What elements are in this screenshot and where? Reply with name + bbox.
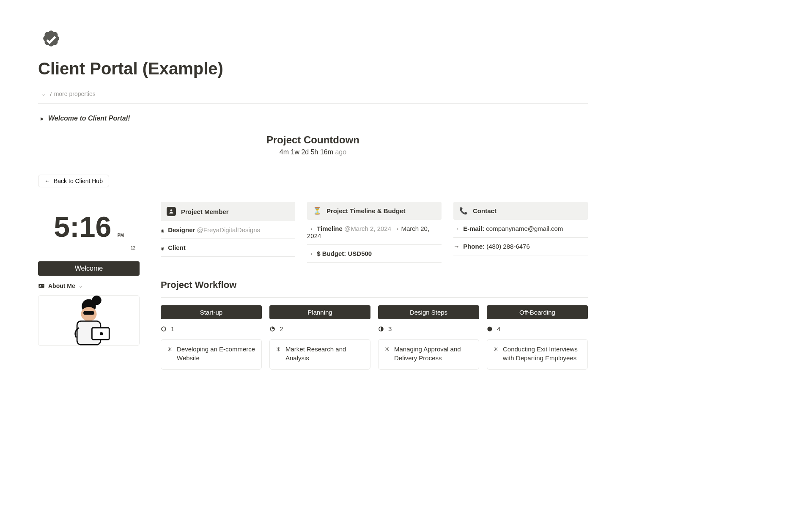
verified-badge-icon — [38, 25, 64, 52]
svg-rect-2 — [39, 286, 41, 287]
workflow-title: Project Workflow — [161, 280, 588, 290]
svg-point-16 — [487, 326, 492, 331]
back-button-label: Back to Client Hub — [54, 178, 103, 184]
clock-ampm: PM — [118, 233, 124, 238]
clock-time: 5:16 — [54, 210, 111, 243]
circle-quarter-icon — [269, 326, 275, 332]
more-properties-toggle[interactable]: ⌄ 7 more properties — [38, 88, 588, 104]
workflow-card-3[interactable]: ✳ Managing Approval and Delivery Process — [378, 339, 479, 370]
about-me-label: About Me — [48, 282, 75, 289]
countdown-value: 4m 1w 2d 5h 16m ago — [38, 148, 588, 156]
svg-point-6 — [92, 296, 101, 305]
workflow-card-1[interactable]: ✳ Developing an E-commerce Website — [161, 339, 262, 370]
triangle-right-icon: ▶ — [41, 116, 44, 121]
svg-point-12 — [170, 209, 173, 211]
circle-empty-icon — [161, 326, 167, 332]
sparkle-icon: ✳ — [493, 345, 499, 364]
person-icon — [167, 207, 176, 216]
workflow-num-3: 3 — [378, 325, 479, 332]
chevron-down-icon: ⌄ — [79, 283, 82, 289]
page-title: Client Portal (Example) — [38, 58, 588, 79]
more-properties-label: 7 more properties — [49, 90, 96, 97]
sparkle-icon: ✳ — [167, 345, 173, 364]
welcome-pill: Welcome — [38, 261, 140, 276]
avatar-illustration — [38, 295, 140, 346]
svg-rect-4 — [42, 286, 44, 286]
workflow-stage-offboarding[interactable]: Off-Boarding — [487, 305, 588, 319]
svg-point-1 — [40, 285, 41, 286]
workflow-num-4: 4 — [487, 325, 588, 332]
arrow-left-icon: ← — [44, 178, 50, 184]
sparkle-icon: ✳ — [276, 345, 281, 364]
workflow-num-2: 2 — [269, 325, 370, 332]
project-timeline-title: Project Timeline & Budget — [326, 207, 405, 214]
workflow-stage-planning[interactable]: Planning — [269, 305, 370, 319]
circle-half-icon — [378, 326, 384, 332]
workflow-card-4[interactable]: ✳ Conducting Exit Interviews with Depart… — [487, 339, 588, 370]
about-me-toggle[interactable]: About Me ⌄ — [38, 282, 140, 289]
welcome-toggle-label: Welcome to Client Portal! — [48, 115, 130, 122]
hourglass-icon: ⏳ — [313, 207, 321, 215]
designer-line: ◉ Designer @FreyaDigitalDesigns — [161, 221, 295, 239]
workflow-card-2[interactable]: ✳ Market Research and Analysis — [269, 339, 370, 370]
id-card-icon — [38, 282, 45, 289]
budget-line: → $ Budget: USD500 — [307, 245, 442, 263]
chevron-down-icon: ⌄ — [41, 91, 46, 97]
svg-point-11 — [100, 332, 103, 335]
welcome-toggle[interactable]: ▶ Welcome to Client Portal! — [38, 104, 588, 130]
back-to-client-hub-button[interactable]: ← Back to Client Hub — [38, 175, 109, 187]
svg-rect-8 — [83, 311, 94, 315]
client-line: ◉ Client — [161, 239, 295, 257]
sparkle-icon: ✳ — [384, 345, 390, 364]
email-line: → E-mail: companyname@gmail.com — [453, 220, 588, 238]
circle-full-icon — [487, 326, 493, 332]
countdown-title: Project Countdown — [38, 134, 588, 146]
phone-icon: 📞 — [459, 207, 468, 215]
svg-point-13 — [162, 327, 166, 331]
contact-card-header: 📞 Contact — [453, 202, 588, 220]
clock-seconds: 12 — [38, 246, 140, 250]
workflow-stage-startup[interactable]: Start-up — [161, 305, 262, 319]
contact-title: Contact — [473, 207, 497, 214]
workflow-stage-design[interactable]: Design Steps — [378, 305, 479, 319]
timeline-line: → Timeline @March 2, 2024 → March 20, 20… — [307, 220, 442, 245]
project-member-title: Project Member — [181, 208, 229, 215]
svg-rect-3 — [42, 285, 44, 285]
project-timeline-card-header: ⏳ Project Timeline & Budget — [307, 202, 442, 220]
phone-line: → Phone: (480) 288-6476 — [453, 238, 588, 255]
project-member-card-header: Project Member — [161, 202, 295, 221]
workflow-num-1: 1 — [161, 325, 262, 332]
